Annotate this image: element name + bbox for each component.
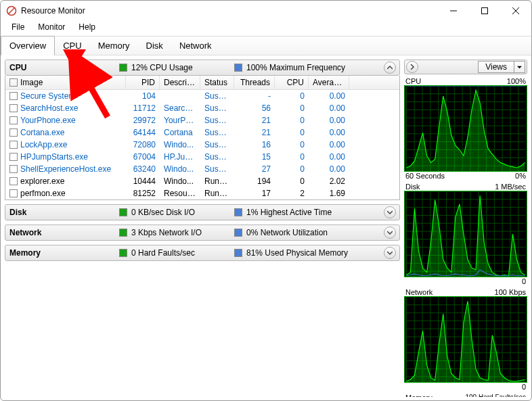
network-util-text: 0% Network Utilization <box>246 228 328 237</box>
views-button[interactable]: Views <box>478 61 514 73</box>
col-cpu[interactable]: CPU <box>275 76 309 89</box>
disk-io-swatch <box>119 208 127 216</box>
menu-monitor[interactable]: Monitor <box>31 21 72 36</box>
chart-disk-title: Disk <box>405 183 420 191</box>
table-row[interactable]: Cortana.exe64144CortanaSuspe...2100.00 <box>5 126 399 139</box>
chart-cpu: CPU100% 60 Seconds0% <box>404 77 527 180</box>
tab-overview[interactable]: Overview <box>1 36 55 55</box>
table-row[interactable]: Secure System104Suspe...-00.00 <box>5 90 399 102</box>
chart-nav-button[interactable] <box>406 61 418 73</box>
chart-cpu-foot-r: 0% <box>515 172 526 180</box>
chart-cpu-max: 100% <box>507 77 526 85</box>
row-checkbox[interactable] <box>9 104 18 112</box>
tab-cpu[interactable]: CPU <box>55 37 89 55</box>
disk-active-text: 1% Highest Active Time <box>246 208 332 217</box>
section-title-cpu: CPU <box>5 63 119 72</box>
chart-disk-foot-r: 0 <box>522 277 526 285</box>
tab-memory[interactable]: Memory <box>90 37 138 55</box>
memory-used-text: 81% Used Physical Memory <box>246 248 348 258</box>
table-row[interactable]: ShellExperienceHost.exe63240Windo...Susp… <box>5 163 399 175</box>
row-checkbox[interactable] <box>9 128 18 137</box>
collapse-cpu-button[interactable] <box>384 62 396 74</box>
disk-io-text: 0 KB/sec Disk I/O <box>131 208 195 217</box>
memory-faults-swatch <box>119 249 127 257</box>
titlebar: Resource Monitor <box>1 1 531 21</box>
network-util-swatch <box>234 229 242 237</box>
section-title-memory: Memory <box>5 248 119 258</box>
chart-network-title: Network <box>405 288 433 296</box>
row-checkbox[interactable] <box>9 153 18 161</box>
row-checkbox[interactable] <box>9 189 18 197</box>
chart-cpu-title: CPU <box>405 77 421 85</box>
chart-network-max: 100 Kbps <box>495 288 526 296</box>
left-pane: CPU 12% CPU Usage 100% Maximum Frequency… <box>1 55 403 397</box>
section-header-cpu[interactable]: CPU 12% CPU Usage 100% Maximum Frequency <box>5 60 400 76</box>
menu-help[interactable]: Help <box>72 21 102 36</box>
row-checkbox[interactable] <box>9 177 18 185</box>
row-checkbox[interactable] <box>9 165 18 173</box>
col-avg[interactable]: Averag... <box>309 76 349 89</box>
section-title-network: Network <box>5 228 119 237</box>
close-button[interactable] <box>500 1 531 21</box>
chart-network-foot-r: 0 <box>522 383 526 391</box>
minimize-button[interactable] <box>438 1 469 21</box>
memory-faults-text: 0 Hard Faults/sec <box>131 248 195 258</box>
row-checkbox[interactable] <box>9 116 18 124</box>
rightbar-header: Views <box>404 60 527 74</box>
section-header-memory[interactable]: Memory 0 Hard Faults/sec 81% Used Physic… <box>5 245 400 261</box>
chart-cpu-canvas <box>404 85 527 172</box>
section-header-disk[interactable]: Disk 0 KB/sec Disk I/O 1% Highest Active… <box>5 204 400 220</box>
cpu-table: Image PID Descrip... Status Threads CPU … <box>5 76 400 200</box>
maximize-button[interactable] <box>469 1 500 21</box>
chart-memory: Memory100 Hard Faults/sec <box>404 394 527 397</box>
svg-line-1 <box>9 8 15 14</box>
network-io-swatch <box>119 229 127 237</box>
svg-rect-3 <box>482 8 488 14</box>
chart-disk-max: 1 MB/sec <box>495 183 526 191</box>
chart-memory-max: 100 Hard Faults/sec <box>466 394 527 397</box>
views-dropdown[interactable] <box>514 61 525 73</box>
window-title: Resource Monitor <box>21 6 438 16</box>
expand-memory-button[interactable] <box>384 247 396 259</box>
col-threads[interactable]: Threads <box>234 76 275 89</box>
tab-strip: Overview CPU Memory Disk Network <box>1 36 531 55</box>
col-status[interactable]: Status <box>200 76 234 89</box>
table-row[interactable]: LockApp.exe72080Windo...Suspe...1600.00 <box>5 139 399 151</box>
cpu-freq-swatch <box>234 64 242 72</box>
section-title-disk: Disk <box>5 208 119 217</box>
menubar: File Monitor Help <box>1 21 531 36</box>
tab-disk[interactable]: Disk <box>138 37 171 55</box>
col-image[interactable]: Image <box>5 76 126 89</box>
cpu-freq-text: 100% Maximum Frequency <box>246 63 345 72</box>
col-descrip[interactable]: Descrip... <box>160 76 200 89</box>
chart-memory-title: Memory <box>405 394 433 397</box>
chart-disk: Disk1 MB/sec 0 <box>404 183 527 285</box>
col-pid[interactable]: PID <box>126 76 160 89</box>
row-checkbox[interactable] <box>9 141 18 149</box>
table-row[interactable]: YourPhone.exe29972YourPh...Suspe...2100.… <box>5 114 399 126</box>
row-checkbox[interactable] <box>9 92 18 100</box>
expand-disk-button[interactable] <box>384 206 396 218</box>
table-row[interactable]: SearchHost.exe11712Search...Suspe...5600… <box>5 102 399 114</box>
chart-network: Network100 Kbps 0 <box>404 288 527 391</box>
table-row[interactable]: perfmon.exe81252Resour...Runni...1721.69 <box>5 187 399 199</box>
right-pane: Views CPU100% 60 Seconds0% Disk1 MB/sec … <box>403 55 531 397</box>
tab-network[interactable]: Network <box>171 37 220 55</box>
network-io-text: 3 Kbps Network I/O <box>131 228 202 237</box>
cpu-usage-swatch <box>119 64 127 72</box>
menu-file[interactable]: File <box>5 21 31 36</box>
section-header-network[interactable]: Network 3 Kbps Network I/O 0% Network Ut… <box>5 225 400 241</box>
memory-used-swatch <box>234 249 242 257</box>
chart-cpu-foot-l: 60 Seconds <box>405 172 445 180</box>
table-row[interactable]: explorer.exe10444Windo...Runni...19402.0… <box>5 175 399 187</box>
cpu-table-header: Image PID Descrip... Status Threads CPU … <box>5 76 399 90</box>
chart-disk-canvas <box>404 191 527 277</box>
table-row[interactable]: HPJumpStarts.exe67004HP.Jum...Suspe...15… <box>5 151 399 163</box>
expand-network-button[interactable] <box>384 227 396 239</box>
select-all-checkbox[interactable] <box>9 78 18 87</box>
app-icon <box>6 5 17 16</box>
chart-network-canvas <box>404 296 527 383</box>
cpu-usage-text: 12% CPU Usage <box>131 63 193 72</box>
disk-active-swatch <box>234 208 242 216</box>
